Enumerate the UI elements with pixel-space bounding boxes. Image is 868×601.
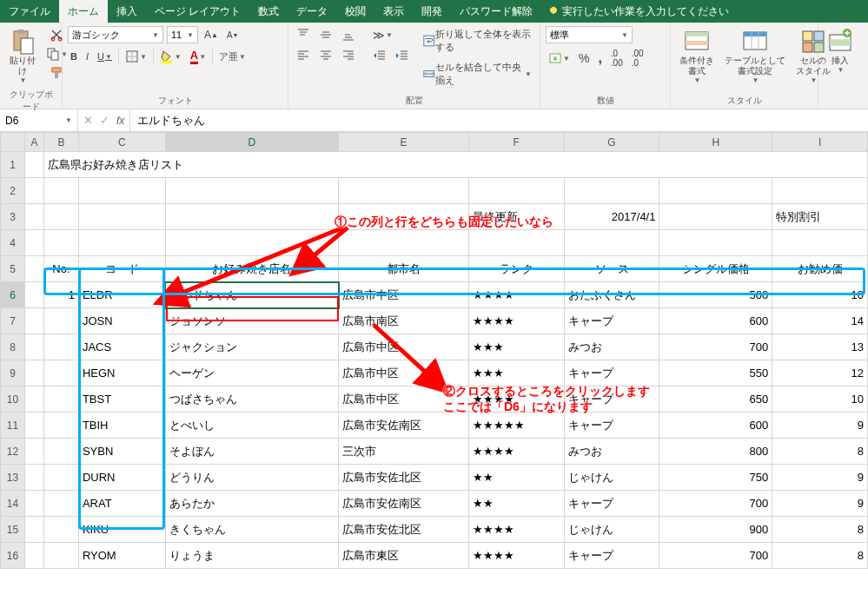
- cell[interactable]: [659, 230, 772, 256]
- cell[interactable]: ★★: [468, 491, 564, 517]
- cell[interactable]: きくちゃん: [165, 517, 338, 543]
- cell[interactable]: RYOM: [78, 543, 165, 569]
- cell[interactable]: [43, 178, 78, 204]
- cell[interactable]: [43, 413, 78, 439]
- cell[interactable]: [564, 230, 659, 256]
- cell[interactable]: [24, 308, 43, 334]
- cancel-icon[interactable]: ✕: [83, 114, 93, 127]
- header-cell[interactable]: お好み焼き店名: [165, 256, 338, 282]
- cell[interactable]: HEGN: [78, 360, 165, 386]
- increase-indent-button[interactable]: [393, 47, 412, 64]
- row-header[interactable]: 11: [1, 413, 25, 439]
- row-header[interactable]: 8: [1, 334, 25, 360]
- cell[interactable]: [43, 360, 78, 386]
- cell[interactable]: [78, 178, 165, 204]
- cell[interactable]: 特別割引: [772, 204, 868, 230]
- cell[interactable]: 8: [772, 439, 868, 465]
- cell[interactable]: SYBN: [78, 439, 165, 465]
- col-H[interactable]: H: [659, 133, 772, 152]
- tab-insert[interactable]: 挿入: [108, 0, 146, 23]
- cell[interactable]: JACS: [78, 334, 165, 360]
- cell[interactable]: とべいし: [165, 413, 338, 439]
- tab-home[interactable]: ホーム: [59, 0, 108, 23]
- row-header[interactable]: 1: [1, 152, 25, 178]
- cell[interactable]: 10: [772, 386, 868, 413]
- header-cell[interactable]: ソース: [564, 256, 659, 282]
- row-header[interactable]: 16: [1, 543, 25, 569]
- tab-view[interactable]: 表示: [374, 0, 413, 23]
- cell[interactable]: 広島市中区: [339, 360, 469, 386]
- tab-page-layout[interactable]: ページ レイアウト: [146, 0, 249, 23]
- cell[interactable]: キャープ: [564, 386, 659, 413]
- cell[interactable]: じゃけん: [564, 465, 659, 491]
- cell[interactable]: [165, 204, 338, 230]
- cell[interactable]: [24, 204, 43, 230]
- tab-data[interactable]: データ: [288, 0, 336, 23]
- row-header[interactable]: 15: [1, 517, 25, 543]
- enter-icon[interactable]: ✓: [100, 114, 109, 127]
- comma-button[interactable]: ,: [595, 49, 604, 68]
- align-bottom-button[interactable]: [339, 26, 358, 43]
- row-header[interactable]: 5: [1, 256, 25, 282]
- cell[interactable]: [24, 413, 43, 439]
- cell[interactable]: 700: [659, 334, 772, 360]
- align-middle-button[interactable]: [316, 26, 335, 43]
- cell[interactable]: 広島市安佐北区: [339, 465, 469, 491]
- col-C[interactable]: C: [78, 133, 165, 152]
- header-cell[interactable]: お勧め価: [772, 256, 868, 282]
- cell[interactable]: [339, 230, 469, 256]
- cell[interactable]: 13: [772, 334, 868, 360]
- cell[interactable]: [24, 543, 43, 569]
- col-E[interactable]: E: [339, 133, 469, 152]
- col-G[interactable]: G: [564, 133, 659, 152]
- number-format-select[interactable]: 標準▼: [546, 26, 633, 43]
- row-header[interactable]: 4: [1, 230, 25, 256]
- currency-button[interactable]: ¥▼: [546, 50, 573, 67]
- cell[interactable]: ★★★★: [468, 308, 564, 334]
- align-top-button[interactable]: [294, 26, 313, 43]
- cell[interactable]: JOSN: [78, 308, 165, 334]
- cell[interactable]: 広島市中区: [339, 386, 469, 413]
- name-box[interactable]: D6▼: [0, 109, 78, 131]
- cell[interactable]: 広島市南区: [339, 308, 469, 334]
- cell[interactable]: ★★: [468, 465, 564, 491]
- cell[interactable]: エルドちゃん: [165, 282, 338, 308]
- row-header[interactable]: 7: [1, 308, 25, 334]
- cell[interactable]: ジョソンソ: [165, 308, 338, 334]
- merge-center-button[interactable]: セルを結合して中央揃え▼: [421, 59, 534, 89]
- cell[interactable]: 2017/4/1: [564, 204, 659, 230]
- cell[interactable]: [24, 178, 43, 204]
- cell[interactable]: [24, 386, 43, 413]
- cell[interactable]: みつお: [564, 334, 659, 360]
- formula-input[interactable]: エルドちゃん: [130, 109, 868, 131]
- row-header[interactable]: 14: [1, 491, 25, 517]
- cell[interactable]: ★★★★: [468, 386, 564, 413]
- tab-formulas[interactable]: 数式: [249, 0, 288, 23]
- cell[interactable]: [165, 178, 338, 204]
- cell[interactable]: 600: [659, 413, 772, 439]
- cell[interactable]: おたふくさん: [564, 282, 659, 308]
- cell[interactable]: ARAT: [78, 491, 165, 517]
- col-D[interactable]: D: [165, 133, 338, 152]
- cell[interactable]: どうりん: [165, 465, 338, 491]
- cell[interactable]: あらたか: [165, 491, 338, 517]
- tab-file[interactable]: ファイル: [0, 0, 59, 23]
- cell[interactable]: 最終更新: [468, 204, 564, 230]
- cell[interactable]: 500: [659, 282, 772, 308]
- font-size-select[interactable]: 11▼: [167, 26, 198, 43]
- borders-button[interactable]: ▼: [123, 48, 149, 65]
- align-right-button[interactable]: [339, 47, 358, 64]
- tab-password[interactable]: パスワード解除: [451, 0, 541, 23]
- align-center-button[interactable]: [316, 47, 335, 64]
- row-header[interactable]: 2: [1, 178, 25, 204]
- paste-button[interactable]: 貼り付け▼: [5, 26, 40, 87]
- cell[interactable]: ★★★: [468, 334, 564, 360]
- cell[interactable]: [24, 491, 43, 517]
- cell[interactable]: [339, 204, 469, 230]
- cell[interactable]: キャープ: [564, 491, 659, 517]
- cell[interactable]: [43, 230, 78, 256]
- cell[interactable]: [43, 308, 78, 334]
- cell[interactable]: [43, 386, 78, 413]
- cell[interactable]: [659, 204, 772, 230]
- cell[interactable]: キャープ: [564, 308, 659, 334]
